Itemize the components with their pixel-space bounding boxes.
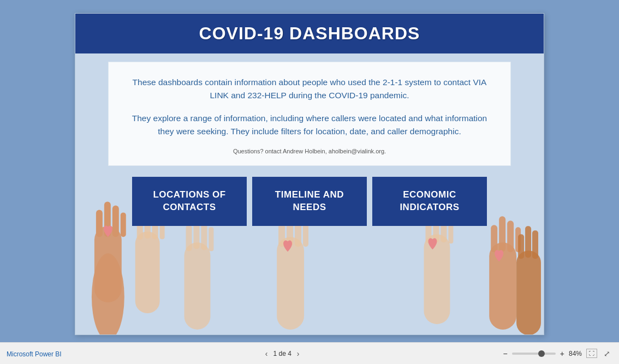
slide-container: COVID-19 DASHBOARDS These dashboards con… [75, 13, 544, 335]
zoom-minus-icon[interactable]: − [503, 349, 508, 358]
page-navigation: ‹ 1 de 4 › [263, 348, 302, 359]
zoom-plus-icon[interactable]: + [560, 349, 564, 358]
svg-rect-6 [135, 231, 160, 313]
zoom-controls: − + 84% ⛶ ⤢ [503, 348, 612, 359]
svg-rect-26 [489, 242, 516, 330]
timeline-button[interactable]: TIMELINE AND NEEDS [252, 177, 367, 226]
zoom-slider[interactable] [512, 353, 556, 355]
svg-rect-21 [424, 234, 450, 324]
svg-rect-31 [516, 250, 541, 335]
paragraph-2: They explore a range of information, inc… [128, 112, 491, 138]
powerbi-link[interactable]: Microsoft Power BI [7, 350, 62, 358]
svg-rect-32 [518, 234, 524, 259]
contact-info: Questions? ontact Andrew Holbein, aholbe… [128, 148, 491, 154]
powerbi-link-area: Microsoft Power BI [7, 349, 62, 359]
status-bar: Microsoft Power BI ‹ 1 de 4 › − + 84% ⛶ … [0, 342, 619, 364]
page-nav-group: ‹ 1 de 4 › [263, 348, 302, 359]
page-info: 1 de 4 [273, 350, 291, 357]
economic-button[interactable]: ECONOMIC INDICATORS [372, 177, 487, 226]
main-area: COVID-19 DASHBOARDS These dashboards con… [0, 0, 619, 342]
svg-point-0 [92, 253, 124, 335]
button-row: LOCATIONS OF CONTACTS TIMELINE AND NEEDS… [75, 171, 544, 237]
prev-page-button[interactable]: ‹ [263, 348, 270, 359]
svg-rect-11 [184, 242, 211, 330]
next-page-button[interactable]: › [295, 348, 302, 359]
slide-header: COVID-19 DASHBOARDS [75, 14, 544, 53]
paragraph-1: These dashboards contain information abo… [128, 76, 491, 102]
zoom-slider-thumb [538, 350, 545, 357]
slide-title: COVID-19 DASHBOARDS [86, 23, 533, 44]
fit-to-window-button[interactable]: ⛶ [586, 349, 597, 358]
svg-rect-1 [94, 226, 122, 302]
zoom-percent: 84% [569, 350, 582, 357]
locations-button[interactable]: LOCATIONS OF CONTACTS [132, 177, 247, 226]
content-box: These dashboards contain information abo… [108, 62, 511, 166]
svg-rect-16 [277, 237, 304, 330]
expand-button[interactable]: ⤢ [602, 348, 612, 359]
